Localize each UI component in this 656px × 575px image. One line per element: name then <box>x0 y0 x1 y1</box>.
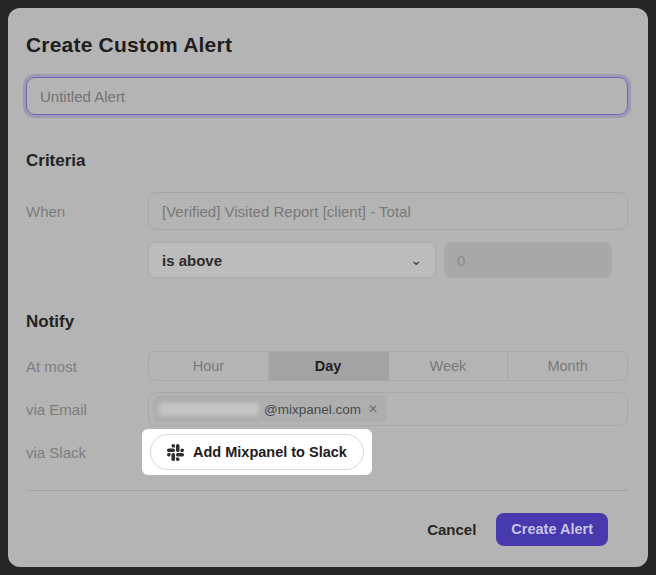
chevron-down-icon: ⌄ <box>410 255 422 265</box>
via-slack-row: via Slack Add Mixpanel to Slack <box>26 429 628 475</box>
threshold-input[interactable]: 0 <box>444 242 612 278</box>
event-select-field[interactable]: [Verified] Visited Report [client] - Tot… <box>148 192 628 230</box>
frequency-option-week[interactable]: Week <box>388 352 508 380</box>
criteria-heading: Criteria <box>26 151 628 171</box>
cancel-button[interactable]: Cancel <box>427 521 476 538</box>
create-alert-button[interactable]: Create Alert <box>496 513 608 546</box>
event-select-value: [Verified] Visited Report [client] - Tot… <box>162 203 411 220</box>
email-chip: @mixpanel.com ✕ <box>153 396 387 422</box>
frequency-segmented-control: Hour Day Week Month <box>148 351 628 381</box>
email-chip-domain: @mixpanel.com <box>264 402 361 417</box>
via-email-row: via Email @mixpanel.com ✕ <box>26 392 628 426</box>
email-recipients-input[interactable]: @mixpanel.com ✕ <box>148 392 628 426</box>
at-most-row: At most Hour Day Week Month <box>26 351 628 381</box>
threshold-value: 0 <box>457 252 465 269</box>
when-row: When [Verified] Visited Report [client] … <box>26 192 628 230</box>
frequency-option-day[interactable]: Day <box>268 352 388 380</box>
dialog-footer: Cancel Create Alert <box>26 491 628 567</box>
redacted-email-username <box>159 403 259 416</box>
via-email-label: via Email <box>26 401 148 418</box>
via-slack-label: via Slack <box>26 444 148 461</box>
frequency-option-month[interactable]: Month <box>507 352 627 380</box>
operator-select-value: is above <box>162 252 222 269</box>
add-mixpanel-to-slack-button[interactable]: Add Mixpanel to Slack <box>150 434 364 470</box>
remove-email-icon[interactable]: ✕ <box>368 402 378 416</box>
create-custom-alert-dialog: Create Custom Alert Criteria When [Verif… <box>8 8 648 567</box>
slack-icon <box>167 444 184 461</box>
slack-button-spotlight: Add Mixpanel to Slack <box>142 429 372 475</box>
operator-row: is above ⌄ 0 <box>26 242 628 278</box>
dialog-title: Create Custom Alert <box>26 32 628 58</box>
at-most-label: At most <box>26 358 148 375</box>
when-label: When <box>26 203 148 220</box>
notify-heading: Notify <box>26 312 628 332</box>
slack-button-label: Add Mixpanel to Slack <box>193 444 347 460</box>
frequency-option-hour[interactable]: Hour <box>149 352 268 380</box>
alert-name-input[interactable] <box>26 77 628 115</box>
operator-select[interactable]: is above ⌄ <box>148 242 436 278</box>
